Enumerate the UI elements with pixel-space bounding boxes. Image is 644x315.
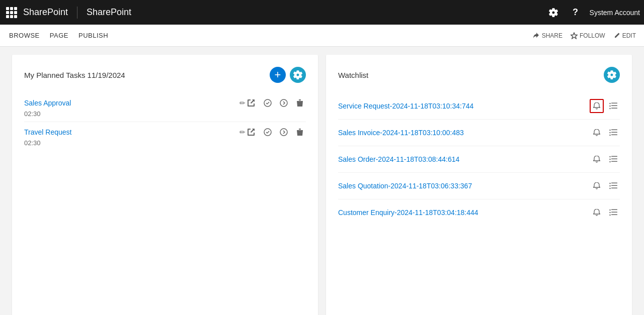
watchlist-settings-button[interactable] — [604, 67, 620, 83]
svg-rect-33 — [611, 209, 617, 211]
svg-point-8 — [609, 103, 610, 104]
help-icon[interactable]: ? — [568, 5, 584, 21]
watchlist-actions-0 — [590, 99, 620, 113]
svg-rect-17 — [611, 135, 617, 136]
ribbon-tabs: BROWSE PAGE PUBLISH — [8, 30, 533, 41]
tasks-card-title: My Planned Tasks 11/19/2024 — [24, 71, 270, 79]
nav-icons-area: ? System Account — [545, 5, 640, 21]
watchlist-item-2: Sales Order-2024-11-18T03:08:44:614 — [338, 146, 620, 173]
watchlist-actions-3 — [590, 179, 620, 193]
tasks-card: My Planned Tasks 11/19/2024 + Sales Appr… — [12, 55, 318, 315]
task-item: Sales Approval ✏ — [24, 93, 306, 122]
svg-point-18 — [609, 159, 610, 160]
watchlist-actions-4 — [590, 205, 620, 220]
watchlist-notify-btn-1[interactable] — [590, 126, 604, 140]
task-name-0[interactable]: Sales Approval — [24, 99, 236, 107]
task-actions-1 — [246, 126, 306, 138]
svg-rect-31 — [611, 212, 617, 213]
share-button[interactable]: SHARE — [533, 32, 562, 39]
watchlist-item-3: Sales Quotation-2024-11-18T03:06:33:367 — [338, 173, 620, 199]
svg-rect-9 — [611, 103, 617, 104]
settings-icon[interactable] — [545, 5, 561, 21]
task-forward-1[interactable] — [278, 126, 290, 138]
task-external-link-0[interactable] — [246, 97, 258, 109]
watchlist-header-actions — [604, 67, 620, 83]
svg-point-16 — [609, 135, 610, 136]
task-item-1: Travel Request ✏ — [24, 122, 306, 151]
svg-point-12 — [609, 132, 610, 133]
svg-point-4 — [280, 129, 287, 136]
watchlist-menu-btn-3[interactable] — [606, 179, 620, 193]
watchlist-card: Watchlist Service Request-2024-11-18T03:… — [326, 55, 632, 315]
svg-marker-0 — [571, 33, 577, 39]
watchlist-name-2[interactable]: Sales Order-2024-11-18T03:08:44:614 — [338, 155, 590, 163]
tab-page[interactable]: PAGE — [49, 30, 69, 41]
add-task-button[interactable]: + — [270, 67, 286, 83]
watchlist-actions-2 — [590, 152, 620, 166]
svg-rect-25 — [611, 185, 617, 186]
watchlist-list: Service Request-2024-11-18T03:10:34:744 — [338, 93, 620, 226]
app-brand[interactable]: SharePoint — [23, 7, 68, 18]
edit-button[interactable]: EDIT — [613, 32, 636, 39]
task-delete-0[interactable] — [294, 97, 306, 109]
svg-point-32 — [609, 209, 610, 211]
nav-divider — [77, 7, 77, 19]
watchlist-menu-btn-1[interactable] — [606, 126, 620, 140]
task-delete-1[interactable] — [294, 126, 306, 138]
task-forward-0[interactable] — [278, 97, 290, 109]
tasks-settings-button[interactable] — [290, 67, 306, 83]
svg-point-14 — [609, 130, 610, 131]
svg-point-30 — [609, 212, 610, 213]
svg-point-10 — [609, 108, 610, 109]
svg-rect-15 — [611, 130, 617, 131]
watchlist-notify-btn-3[interactable] — [590, 179, 604, 193]
site-name: SharePoint — [87, 7, 131, 18]
tab-publish[interactable]: PUBLISH — [77, 30, 109, 41]
tasks-list: Sales Approval ✏ — [24, 93, 306, 151]
svg-rect-19 — [611, 159, 617, 160]
waffle-menu-button[interactable] — [4, 5, 19, 20]
svg-point-6 — [609, 106, 610, 107]
watchlist-item-4: Customer Enquiry-2024-11-18T03:04:18:444 — [338, 199, 620, 226]
svg-rect-21 — [611, 156, 617, 157]
svg-point-26 — [609, 183, 610, 184]
task-external-link-1[interactable] — [246, 126, 258, 138]
watchlist-menu-btn-0[interactable] — [606, 99, 620, 113]
main-content: My Planned Tasks 11/19/2024 + Sales Appr… — [0, 47, 644, 315]
watchlist-notify-btn-4[interactable] — [590, 205, 604, 220]
svg-rect-11 — [611, 108, 617, 109]
share-label: SHARE — [542, 32, 562, 39]
task-actions-0 — [246, 97, 306, 109]
svg-point-22 — [609, 161, 610, 162]
top-navigation: SharePoint SharePoint ? System Account — [0, 0, 644, 25]
tab-browse[interactable]: BROWSE — [8, 30, 41, 41]
task-time-0: 02:30 — [24, 110, 306, 118]
watchlist-menu-btn-4[interactable] — [606, 205, 620, 220]
watchlist-name-0[interactable]: Service Request-2024-11-18T03:10:34:744 — [338, 102, 590, 110]
svg-point-2 — [280, 99, 287, 107]
watchlist-name-3[interactable]: Sales Quotation-2024-11-18T03:06:33:367 — [338, 182, 590, 190]
tasks-header-actions: + — [270, 67, 306, 83]
task-complete-1[interactable] — [262, 126, 274, 138]
svg-point-28 — [609, 188, 610, 189]
follow-button[interactable]: FOLLOW — [571, 32, 605, 39]
watchlist-item-1: Sales Invoice-2024-11-18T03:10:00:483 — [338, 120, 620, 146]
svg-rect-23 — [611, 161, 617, 162]
task-edit-icon-0[interactable]: ✏ — [239, 99, 246, 107]
follow-label: FOLLOW — [580, 32, 605, 39]
watchlist-notify-btn-0[interactable] — [590, 99, 604, 113]
task-name-1[interactable]: Travel Request — [24, 128, 236, 136]
task-edit-icon-1[interactable]: ✏ — [239, 128, 246, 136]
svg-rect-29 — [611, 188, 617, 189]
watchlist-name-1[interactable]: Sales Invoice-2024-11-18T03:10:00:483 — [338, 129, 590, 137]
watchlist-menu-btn-2[interactable] — [606, 152, 620, 166]
task-complete-0[interactable] — [262, 97, 274, 109]
watchlist-name-4[interactable]: Customer Enquiry-2024-11-18T03:04:18:444 — [338, 208, 590, 217]
svg-rect-27 — [611, 183, 617, 184]
task-time-1: 02:30 — [24, 139, 306, 147]
user-account[interactable]: System Account — [590, 9, 640, 17]
watchlist-notify-btn-2[interactable] — [590, 152, 604, 166]
watchlist-actions-1 — [590, 126, 620, 140]
edit-label: EDIT — [622, 32, 636, 39]
watchlist-card-title: Watchlist — [338, 71, 604, 79]
